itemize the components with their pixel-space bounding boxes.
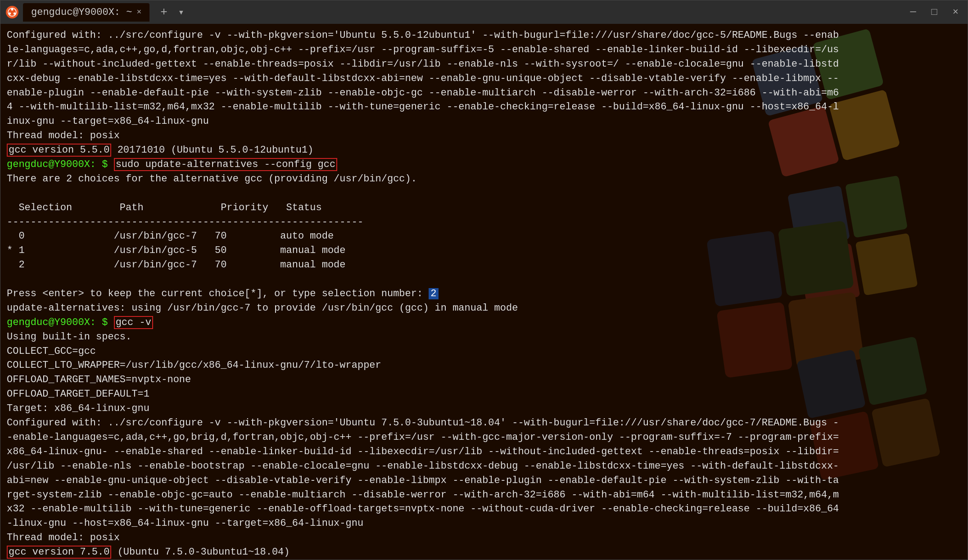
config-line-7: inux-gnu --target=x86_64-linux-gnu [7, 114, 961, 129]
svg-point-2 [14, 13, 16, 15]
collect-lto: COLLECT_LTO_WRAPPER=/usr/lib/gcc/x86_64-… [7, 358, 961, 373]
new-tab-button[interactable]: + [157, 4, 171, 21]
thread-model-2: Thread model: posix [7, 531, 961, 545]
config2-line-2: -enable-languages=c,ada,c++,go,brig,d,fo… [7, 430, 961, 445]
ubuntu-logo-icon [6, 6, 18, 18]
svg-point-3 [9, 13, 11, 15]
svg-point-1 [11, 9, 14, 11]
gcc-version-5-line: gcc version 5.5.0 20171010 (Ubuntu 5.5.0… [7, 143, 961, 158]
terminal-window: gengduc@Y9000X: ~ × + ▾ ─ □ × [0, 0, 968, 560]
config-line-4: cxx-debug --enable-libstdcxx-time=yes --… [7, 72, 961, 86]
config2-line-1: Configured with: ../src/configure -v --w… [7, 416, 961, 430]
prompt-gcc-v: gengduc@Y9000X: $ gcc -v [7, 316, 961, 330]
minimize-button[interactable]: ─ [906, 5, 919, 20]
gcc-version-7-line: gcc version 7.5.0 (Ubuntu 7.5.0-3ubuntu1… [7, 545, 961, 560]
maximize-button[interactable]: □ [928, 5, 941, 20]
table-row-1: * 1 /usr/bin/gcc-5 50 manual mode [7, 244, 961, 258]
config2-line-4: /usr/lib --enable-nls --enable-bootstrap… [7, 459, 961, 474]
config2-line-8: -linux-gnu --host=x86_64-linux-gnu --tar… [7, 516, 961, 531]
update-alternatives-result: update-alternatives: using /usr/bin/gcc-… [7, 301, 961, 316]
blank-2 [7, 272, 961, 287]
config-line-6: 4 --with-multilib-list=m32,m64,mx32 --en… [7, 100, 961, 114]
blank-1 [7, 186, 961, 201]
config2-line-3: x86_64-linux-gnu- --enable-shared --enab… [7, 445, 961, 459]
selection-prompt: Press <enter> to keep the current choice… [7, 287, 961, 301]
thread-model-line: Thread model: posix [7, 129, 961, 143]
tab-label: gengduc@Y9000X: ~ [31, 7, 132, 18]
built-in-specs: Using built-in specs. [7, 330, 961, 344]
titlebar-left: gengduc@Y9000X: ~ × + ▾ [6, 3, 187, 22]
table-header: Selection Path Priority Status [7, 201, 961, 215]
tab-dropdown-button[interactable]: ▾ [176, 5, 187, 20]
config-line-5: enable-plugin --enable-default-pie --wit… [7, 86, 961, 100]
table-row-2: 2 /usr/bin/gcc-7 70 manual mode [7, 258, 961, 272]
table-separator: ----------------------------------------… [7, 215, 961, 230]
prompt-update-alternatives: gengduc@Y9000X: $ sudo update-alternativ… [7, 158, 961, 172]
terminal-tab[interactable]: gengduc@Y9000X: ~ × [23, 3, 149, 22]
config2-line-7: x32 --enable-multilib --with-tune=generi… [7, 502, 961, 516]
config-line-3: r/lib --without-included-gettext --enabl… [7, 57, 961, 72]
config2-line-6: rget-system-zlib --enable-objc-gc=auto -… [7, 488, 961, 502]
window-controls: ─ □ × [906, 5, 962, 20]
alternatives-info: There are 2 choices for the alternative … [7, 172, 961, 186]
terminal-body[interactable]: Configured with: ../src/configure -v --w… [0, 24, 968, 560]
tab-close-icon[interactable]: × [136, 8, 141, 17]
config-line-2: le-languages=c,ada,c++,go,d,fortran,objc… [7, 43, 961, 57]
window-close-button[interactable]: × [949, 5, 962, 20]
terminal-content: Configured with: ../src/configure -v --w… [7, 28, 961, 560]
table-row-0: 0 /usr/bin/gcc-7 70 auto mode [7, 229, 961, 244]
collect-gcc: COLLECT_GCC=gcc [7, 344, 961, 359]
config2-line-5: abi=new --enable-gnu-unique-object --dis… [7, 474, 961, 488]
target-line: Target: x86_64-linux-gnu [7, 402, 961, 416]
offload-target-default: OFFLOAD_TARGET_DEFAULT=1 [7, 387, 961, 402]
config-line-1: Configured with: ../src/configure -v --w… [7, 28, 961, 43]
offload-target-names: OFFLOAD_TARGET_NAMES=nvptx-none [7, 373, 961, 387]
titlebar: gengduc@Y9000X: ~ × + ▾ ─ □ × [0, 0, 968, 24]
